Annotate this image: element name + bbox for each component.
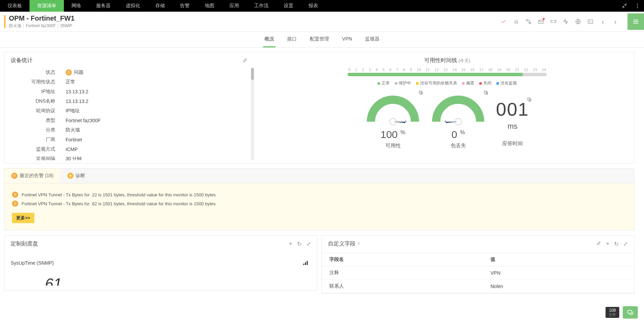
nav-item[interactable]: 服务器 [89, 0, 118, 12]
legend-item: 关闭 [479, 80, 492, 86]
mail-icon[interactable] [538, 19, 544, 25]
nav-item[interactable]: 虚拟化 [118, 0, 148, 12]
svg-rect-7 [588, 20, 593, 24]
stat-row: 类型Fortinet faz300F [11, 116, 249, 125]
subtab[interactable]: 概况 [263, 32, 275, 47]
availability-timeline: 0123456789101112131415161718192021222324… [348, 68, 547, 86]
add-icon[interactable]: + [289, 241, 292, 247]
availability-title: 可用性时间线 [424, 57, 457, 64]
expand-icon[interactable]: ⤢ [306, 241, 311, 247]
alerts-card: !!最近的告警 (18) ✦诊断 !!Fortinet VPN Tunnel -… [4, 168, 634, 230]
alert-row[interactable]: !!Fortinet VPN Tunnel - Tx Bytes for .62… [12, 199, 626, 208]
nav-item[interactable]: 告警 [172, 0, 197, 12]
top-nav: 仪表板资源清单网络服务器虚拟化存储告警地图应用工作流设置报表 [0, 0, 644, 12]
availability-card: 可用性时间线 (今天) 0123456789101112131415161718… [260, 52, 634, 163]
subtab[interactable]: 配置管理 [308, 32, 330, 47]
svg-rect-4 [529, 22, 531, 24]
content-scroll[interactable]: 设备统计 状态!!问题可用性状态正常IP地址13.13.13.2DNS名称13.… [0, 48, 644, 322]
prev-icon[interactable]: ‹ [600, 18, 606, 26]
compress-icon[interactable] [618, 0, 631, 12]
fields-table: 字段名 值 注释VPN联系人Nolen [322, 253, 634, 293]
breadcrumb: 防火墙|Fortinet faz300F|SNMP [9, 23, 75, 29]
nav-item[interactable]: 存储 [148, 0, 172, 12]
edit-icon[interactable] [597, 241, 601, 247]
svg-rect-3 [526, 20, 528, 21]
nav-item[interactable]: 工作流 [247, 0, 276, 12]
stat-row: 可用性状态正常 [11, 77, 249, 87]
edit-icon[interactable] [242, 57, 248, 64]
sub-tabs: 概况接口配置管理VPN监视器 [0, 32, 644, 48]
nav-item[interactable]: 网络 [64, 0, 89, 12]
nav-item[interactable]: 仪表板 [0, 0, 30, 12]
nav-item[interactable]: 设置 [276, 0, 301, 12]
subtab[interactable]: VPN [341, 32, 353, 47]
refresh-icon[interactable]: ↻ [614, 241, 619, 247]
add-icon[interactable]: + [606, 241, 609, 247]
subtab[interactable]: 接口 [286, 32, 298, 47]
stat-row: 分类防火墙 [11, 125, 249, 135]
col-value: 值 [483, 253, 634, 266]
expand-icon[interactable]: ⤢ [623, 241, 628, 247]
help-icon[interactable]: ? [358, 241, 360, 246]
chat-button[interactable] [623, 306, 638, 319]
device-stats-card: 设备统计 状态!!问题可用性状态正常IP地址13.13.13.2DNS名称13.… [4, 52, 256, 163]
dial-item[interactable]: SysUpTime (SNMP) [11, 257, 311, 268]
alert-count-badge[interactable]: 108 告警 [606, 307, 619, 318]
timeline-bar [348, 73, 547, 76]
alert-icon[interactable] [513, 19, 519, 25]
availability-gauge: 100 % 可用性 [365, 93, 420, 149]
custom-fields-title: 自定义字段 [328, 240, 355, 248]
nav-item[interactable]: 报表 [301, 0, 326, 12]
page-title: OPM - Fortinet_FW1 [9, 14, 75, 22]
terminal-icon[interactable] [587, 19, 594, 25]
header-actions: ‹ › [501, 16, 638, 27]
col-name: 字段名 [322, 253, 483, 266]
link-icon[interactable] [550, 19, 556, 25]
network-icon[interactable] [526, 19, 532, 25]
nav-item[interactable]: 地图 [197, 0, 222, 12]
warning-icon: !! [12, 200, 18, 207]
legend-item: 没有可用的依赖关系 [416, 80, 457, 86]
svg-rect-13 [303, 264, 304, 265]
table-row: 联系人Nolen [322, 280, 634, 293]
custom-dials-card: 定制刻度盘 + ↻ ⤢ SysUpTime (SNMP) 61 [4, 235, 317, 291]
stat-row: 厂商Fortinet [11, 135, 249, 145]
more-icon[interactable] [631, 0, 644, 12]
expand-icon[interactable] [527, 97, 532, 103]
subtab[interactable]: 监视器 [364, 32, 381, 47]
accent-bar [4, 15, 5, 28]
next-icon[interactable]: › [612, 18, 619, 26]
globe-icon[interactable] [575, 19, 581, 25]
nav-item[interactable]: 资源清单 [30, 0, 64, 12]
menu-button[interactable] [628, 13, 644, 30]
nav-spacer [326, 0, 618, 12]
stat-row: 监视方式ICMP [11, 145, 249, 154]
legend-item: 维护中 [395, 80, 411, 86]
activity-icon[interactable] [563, 19, 569, 25]
more-button[interactable]: 更多>> [12, 213, 34, 223]
dial-value: 61 [45, 275, 311, 286]
custom-fields-card: 自定义字段 ? + ↻ ⤢ 字段名 值 注释VPN联系人Nolen [321, 235, 635, 294]
tab-recent-alerts[interactable]: !!最近的告警 (18) [4, 169, 60, 183]
tab-diagnostics[interactable]: ✦诊断 [60, 169, 92, 183]
chart-icon[interactable] [501, 19, 507, 25]
nav-item[interactable]: 应用 [222, 0, 247, 12]
legend-item: 搁置 [462, 80, 474, 86]
svg-rect-5 [539, 20, 543, 24]
stats-scrollbar[interactable] [251, 68, 254, 160]
stat-row: DNS名称13.13.13.2 [11, 96, 249, 106]
svg-rect-14 [305, 262, 306, 265]
packet-loss-gauge: 0 % 包丢失 [431, 93, 486, 149]
stat-row: 轮询协议IP地址 [11, 106, 249, 116]
refresh-icon[interactable]: ↻ [297, 241, 302, 247]
page-header: OPM - Fortinet_FW1 防火墙|Fortinet faz300F|… [0, 12, 644, 32]
svg-rect-12 [528, 98, 530, 100]
stat-row: IP地址13.13.13.2 [11, 87, 249, 96]
signal-icon [303, 260, 309, 266]
device-stats-title: 设备统计 [11, 57, 33, 64]
custom-dials-title: 定制刻度盘 [11, 240, 38, 248]
response-time: 001 ms 应答时间 [496, 100, 529, 149]
legend-item: 没有监视 [496, 80, 517, 86]
alert-row[interactable]: !!Fortinet VPN Tunnel - Tx Bytes for .22… [12, 190, 626, 199]
svg-point-0 [637, 3, 638, 4]
